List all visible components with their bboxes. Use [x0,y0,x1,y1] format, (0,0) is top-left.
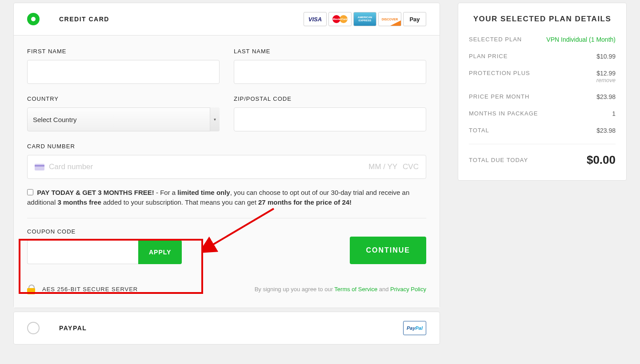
offer-text: PAY TODAY & GET 3 MONTHS FREE! - For a l… [27,188,426,218]
paypal-title: PAYPAL [59,324,87,332]
protection-label: PROTECTION PLUS [469,70,530,76]
country-label: COUNTRY [27,95,220,102]
secure-text: AES 256-BIT SECURE SERVER [42,286,138,293]
first-name-label: FIRST NAME [27,48,220,55]
apply-button[interactable]: APPLY [138,240,182,264]
cvc-placeholder: CVC [403,162,419,171]
discover-icon: DISCOVER [378,12,401,26]
months-label: MONTHS IN PACKAGE [469,110,538,117]
credit-card-header[interactable]: CREDIT CARD VISA MasterCard AMERICANEXPR… [14,3,440,35]
coupon-label: COUPON CODE [27,228,182,235]
card-number-label: CARD NUMBER [27,143,426,150]
credit-card-radio[interactable] [27,13,40,25]
credit-card-title: CREDIT CARD [59,16,109,23]
coupon-input[interactable] [27,240,138,264]
lock-icon [27,285,35,294]
protection-value: $12.99 remove [596,70,616,83]
mastercard-icon: MasterCard [328,12,352,26]
last-name-input[interactable] [234,60,426,84]
zip-label: ZIP/POSTAL CODE [234,95,426,102]
plan-price-value: $10.99 [596,53,616,60]
selected-plan-value: VPN Individual (1 Month) [546,36,616,43]
privacy-link[interactable]: Privacy Policy [390,286,426,293]
first-name-input[interactable] [27,60,220,84]
card-logos: VISA MasterCard AMERICANEXPRESS DISCOVER… [304,12,426,26]
paypal-icon: PayPal [403,321,426,335]
paypal-radio[interactable] [27,322,40,334]
applepay-icon: Pay [403,12,426,26]
months-value: 1 [612,110,616,117]
total-value: $23.98 [596,127,616,134]
plan-price-label: PLAN PRICE [469,53,508,59]
country-select[interactable]: Select Country [27,107,220,131]
card-placeholder: Card number [49,162,93,171]
remove-link[interactable]: remove [596,77,616,83]
card-icon [35,164,44,170]
card-number-input[interactable]: Card number MM / YY CVC [27,155,426,179]
amex-icon: AMERICANEXPRESS [353,12,376,26]
ppm-label: PRICE PER MONTH [469,93,529,100]
legal-text: By signing up you agree to our Terms of … [255,286,426,293]
selected-plan-label: SELECTED PLAN [469,36,522,43]
terms-link[interactable]: Terms of Service [334,286,377,293]
visa-icon: VISA [304,12,327,26]
ppm-value: $23.98 [596,93,616,100]
summary-title: YOUR SELECTED PLAN DETAILS [469,15,616,24]
continue-button[interactable]: CONTINUE [350,237,426,264]
due-label: TOTAL DUE TODAY [469,157,528,163]
due-value: $0.00 [587,153,616,167]
zip-input[interactable] [234,107,426,131]
last-name-label: LAST NAME [234,48,426,55]
total-label: TOTAL [469,127,489,134]
mmyy-placeholder: MM / YY [368,162,397,171]
paypal-header[interactable]: PAYPAL PayPal [14,312,440,344]
credit-card-section: CREDIT CARD VISA MasterCard AMERICANEXPR… [13,3,440,308]
offer-checkbox[interactable] [27,189,33,195]
paypal-section: PAYPAL PayPal [13,312,440,344]
plan-summary: YOUR SELECTED PLAN DETAILS SELECTED PLAN… [458,3,627,181]
